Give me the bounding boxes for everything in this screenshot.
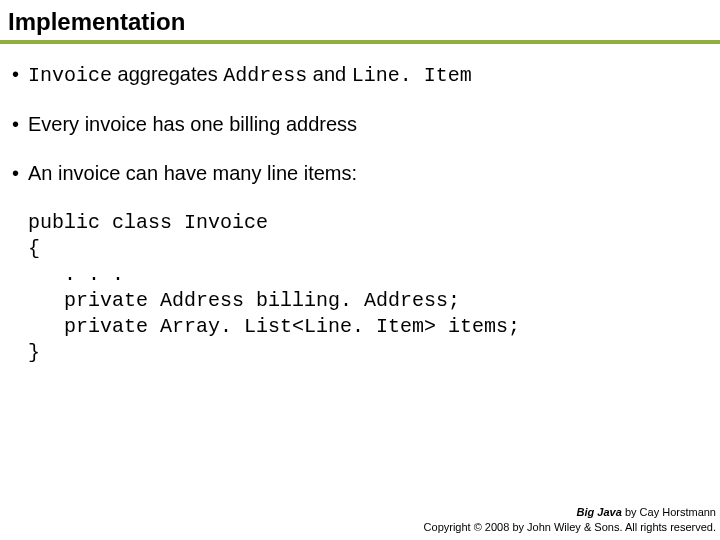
code-word-address: Address bbox=[223, 64, 307, 87]
slide-title: Implementation bbox=[0, 0, 720, 38]
bullet-item-1: Invoice aggregates Address and Line. Ite… bbox=[8, 62, 712, 88]
slide-footer: Big Java by Cay Horstmann Copyright © 20… bbox=[424, 505, 716, 534]
text-aggregates: aggregates bbox=[112, 63, 223, 85]
code-word-lineitem: Line. Item bbox=[352, 64, 472, 87]
text-and: and bbox=[307, 63, 351, 85]
slide: Implementation Invoice aggregates Addres… bbox=[0, 0, 720, 540]
footer-line-1: Big Java by Cay Horstmann bbox=[424, 505, 716, 519]
book-author: by Cay Horstmann bbox=[622, 506, 716, 518]
book-title: Big Java bbox=[577, 506, 622, 518]
footer-line-2: Copyright © 2008 by John Wiley & Sons. A… bbox=[424, 520, 716, 534]
bullet-item-2: Every invoice has one billing address bbox=[8, 112, 712, 137]
code-word-invoice: Invoice bbox=[28, 64, 112, 87]
bullet-list: Invoice aggregates Address and Line. Ite… bbox=[8, 62, 712, 186]
bullet-item-3: An invoice can have many line items: bbox=[8, 161, 712, 186]
slide-body: Invoice aggregates Address and Line. Ite… bbox=[0, 44, 720, 366]
code-block: public class Invoice { . . . private Add… bbox=[28, 210, 712, 366]
